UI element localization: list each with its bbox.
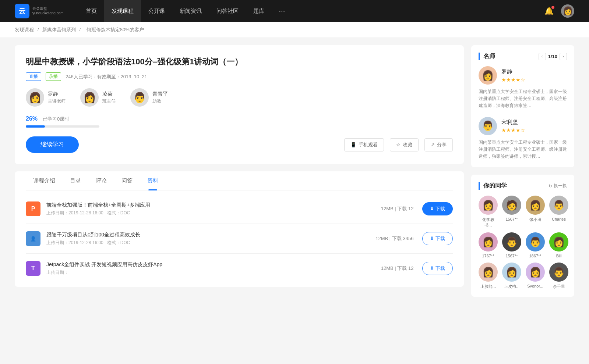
classmate-11[interactable]: 👩 Svenor... (526, 263, 545, 289)
classmates-sidebar-card: 你的同学 ↻ 换一换 👩 化学教书... 🧑 1567** 👩 张小田 (471, 175, 574, 297)
tab-catalog[interactable]: 目录 (63, 171, 88, 190)
classmate-avatar-10: 👩 (502, 263, 521, 282)
resource-item: T Jetpack全组件实战 开发短视频应用高仿皮皮虾App 上传日期： 12M… (26, 254, 453, 283)
teacher-3-role: 助教 (152, 98, 168, 104)
teacher-profile-2: 👨 宋利坚 ★★★★☆ 国内某重点大学安全工程专业硕士，国家一级注册消防工程师、… (479, 117, 567, 160)
bell-icon[interactable]: 🔔 (544, 7, 554, 15)
classmate-12[interactable]: 👨 余千里 (549, 263, 568, 289)
course-title: 明星中教授课，小学阶段语法100分–强化级第1讲动词（一） (26, 56, 453, 67)
classmate-3[interactable]: 👩 张小田 (526, 196, 545, 228)
nav-qa[interactable]: 问答社区 (209, 0, 246, 22)
classmate-avatar-4: 👨 (549, 196, 568, 215)
logo[interactable]: 云 云朵课堂 yunduoketang.com (15, 4, 64, 18)
breadcrumb-current: 销冠修炼术搞定80%的客户 (87, 27, 144, 32)
teachers-pagination: ‹ 1/10 › (539, 53, 567, 60)
teacher-3: 👨 青青平 助教 (130, 88, 168, 107)
tag-live: 直播 (26, 72, 41, 81)
download-btn-1[interactable]: ⬇ 下载 (422, 202, 453, 215)
mobile-watch-btn[interactable]: 📱 手机观看 (344, 138, 384, 151)
logo-text: 云朵课堂 yunduoketang.com (32, 7, 64, 15)
teacher-name-lg-2: 宋利坚 (501, 119, 525, 126)
download-btn-3[interactable]: ⬇ 下载 (422, 262, 453, 275)
nav-quiz[interactable]: 题库 (246, 0, 272, 22)
resource-icon-2: 👤 (26, 231, 40, 246)
teacher-1: 👩 罗静 主讲老师 (26, 88, 66, 107)
share-btn[interactable]: ↗ 分享 (424, 138, 453, 151)
prev-teacher-btn[interactable]: ‹ (539, 53, 546, 60)
teacher-1-name: 罗静 (48, 91, 66, 97)
user-avatar[interactable]: 👩 (561, 4, 574, 18)
header: 云 云朵课堂 yunduoketang.com 首页 发现课程 公开课 新闻资讯… (0, 0, 589, 22)
refresh-classmates-btn[interactable]: ↻ 换一换 (549, 183, 567, 189)
classmate-name-6: 1567** (505, 254, 518, 258)
breadcrumb-home[interactable]: 发现课程 (15, 27, 34, 32)
classmate-5[interactable]: 👩 1767** (479, 232, 498, 258)
classmate-name-9: 上脸能... (480, 284, 496, 289)
classmate-avatar-11: 👩 (526, 263, 545, 282)
nav-open[interactable]: 公开课 (141, 0, 172, 22)
classmate-avatar-1: 👩 (479, 196, 498, 215)
classmate-name-3: 张小田 (529, 217, 542, 222)
classmate-7[interactable]: 👨 1867** (526, 232, 545, 258)
classmate-2[interactable]: 🧑 1567** (502, 196, 521, 228)
nav-discover[interactable]: 发现课程 (104, 0, 141, 22)
resource-icon-3: T (26, 261, 40, 276)
classmate-10[interactable]: 👩 上皮柿... (502, 263, 521, 289)
classmate-name-1: 化学教书... (479, 217, 498, 228)
course-meta-text: 246人已学习 · 有效期至：2019–10–21 (66, 74, 147, 80)
classmate-1[interactable]: 👩 化学教书... (479, 196, 498, 228)
nav-home[interactable]: 首页 (78, 0, 104, 22)
teacher-1-info: 罗静 主讲老师 (48, 91, 66, 104)
classmate-6[interactable]: 👨 1567** (502, 232, 521, 258)
teachers-list: 👩 罗静 主讲老师 👩 凌荷 班主任 (26, 88, 453, 107)
teacher-profile-1: 👩 罗静 ★★★★☆ 国内某重点大学安全工程专业硕士，国家一级注册消防工程师、注… (479, 66, 567, 110)
continue-button[interactable]: 继续学习 (26, 136, 79, 153)
classmates-grid: 👩 化学教书... 🧑 1567** 👩 张小田 👨 Charles 👩 (479, 196, 567, 289)
logo-icon: 云 (15, 4, 29, 18)
resource-icon-1: P (26, 201, 40, 216)
breadcrumb-sep2: / (79, 27, 82, 32)
sidebar-title-left: 名师 (483, 53, 495, 60)
classmates-title: 你的同学 (479, 182, 507, 190)
header-right: 🔔 👩 (544, 4, 574, 18)
next-teacher-btn[interactable]: › (560, 53, 567, 60)
resource-stats-1: 12MB | 下载 12 (381, 206, 414, 212)
resource-info-1: 前端全栈加强版！前端全栈+全周期+多端应用 上传日期：2019-12-28 16… (46, 202, 381, 216)
classmate-9[interactable]: 👩 上脸能... (479, 263, 498, 289)
nav-news[interactable]: 新闻资讯 (172, 0, 209, 22)
teacher-avatar-lg-1: 👩 (479, 66, 497, 85)
download-btn-2[interactable]: ⬇ 下载 (422, 232, 453, 245)
classmate-8[interactable]: 👩 Bill (549, 232, 568, 258)
collect-btn[interactable]: ☆ 收藏 (390, 138, 419, 151)
tab-resources[interactable]: 资料 (140, 171, 166, 190)
classmate-avatar-5: 👩 (479, 232, 498, 251)
refresh-icon: ↻ (549, 183, 552, 189)
teacher-3-name: 青青平 (152, 91, 168, 97)
breadcrumb-series[interactable]: 新媒体营销系列 (42, 27, 76, 32)
progress-sub: 已学习0课时 (43, 116, 69, 122)
progress-label: 26% (26, 115, 38, 122)
teachers-sidebar-title: 名师 ‹ 1/10 › (479, 53, 567, 60)
tab-intro[interactable]: 课程介绍 (26, 171, 63, 190)
page-indicator: 1/10 (548, 54, 557, 59)
classmate-name-4: Charles (552, 217, 566, 221)
nav-more[interactable]: ··· (272, 0, 293, 22)
classmate-avatar-7: 👨 (526, 232, 545, 251)
resource-item: P 前端全栈加强版！前端全栈+全周期+多端应用 上传日期：2019-12-28 … (26, 194, 453, 224)
classmate-name-5: 1767** (482, 254, 494, 258)
course-card: 明星中教授课，小学阶段语法100分–强化级第1讲动词（一） 直播 录播 246人… (15, 45, 464, 164)
resource-name-2: 跟随千万级项目从0到100全过程高效成长 (46, 232, 375, 238)
classmate-name-7: 1867** (529, 254, 541, 258)
classmate-4[interactable]: 👨 Charles (549, 196, 568, 228)
classmate-avatar-3: 👩 (526, 196, 545, 215)
teacher-stars-1: ★★★★☆ (501, 77, 525, 83)
teacher-1-avatar: 👩 (26, 88, 44, 107)
teacher-avatar-lg-2: 👨 (479, 117, 497, 135)
teacher-2-avatar: 👩 (80, 88, 99, 107)
tab-comments[interactable]: 评论 (88, 171, 114, 190)
classmate-name-8: Bill (556, 254, 562, 258)
tabs-header: 课程介绍 目录 评论 问答 资料 (26, 171, 453, 190)
action-btns: 📱 手机观看 ☆ 收藏 ↗ 分享 (344, 138, 453, 151)
course-meta: 直播 录播 246人已学习 · 有效期至：2019–10–21 (26, 72, 453, 81)
tab-qa[interactable]: 问答 (114, 171, 140, 190)
